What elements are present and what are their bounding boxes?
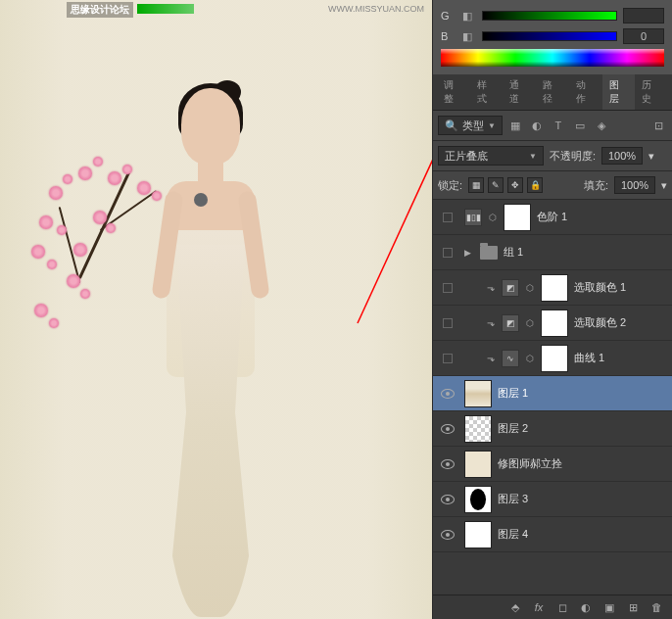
layer-row[interactable]: 图层 1: [433, 376, 672, 411]
layer-filter-bar: 🔍 类型 ▼ ▦ ◐ T ▭ ◈ ⊡: [433, 111, 672, 141]
opacity-label: 不透明度:: [550, 149, 596, 164]
tab-5[interactable]: 图层: [602, 74, 636, 110]
link-layers-icon[interactable]: ⬘: [507, 599, 523, 615]
layer-name-label[interactable]: 修图师郝立拴: [498, 456, 562, 471]
color-spectrum[interactable]: [441, 49, 664, 67]
layer-name-label[interactable]: 图层 1: [498, 386, 528, 401]
layer-name-label[interactable]: 图层 3: [498, 492, 528, 506]
layer-name-label[interactable]: 图层 2: [498, 421, 528, 436]
layer-row[interactable]: ▮▯▮⬡色阶 1: [433, 200, 672, 235]
layer-row[interactable]: ⬎◩⬡选取颜色 1: [433, 270, 672, 306]
filter-text-icon[interactable]: T: [550, 117, 567, 134]
adjustment-icon: ▮▯▮: [464, 209, 482, 226]
slider-toggle-icon[interactable]: ◧: [458, 7, 476, 24]
layer-row[interactable]: 图层 2: [433, 411, 672, 447]
filter-pixel-icon[interactable]: ▦: [506, 117, 524, 134]
lock-transparency-icon[interactable]: ▦: [468, 177, 484, 193]
layer-row[interactable]: 图层 4: [433, 517, 672, 552]
add-mask-icon[interactable]: ◻: [554, 599, 570, 615]
layer-row[interactable]: 图层 3: [433, 482, 672, 517]
new-adjustment-icon[interactable]: ◐: [578, 599, 594, 615]
visibility-empty-icon: [443, 354, 453, 363]
tab-1[interactable]: 样式: [470, 74, 504, 110]
opacity-input[interactable]: 100%: [601, 147, 643, 165]
lock-position-icon[interactable]: ✥: [507, 177, 523, 193]
visibility-toggle[interactable]: [435, 213, 460, 222]
delete-layer-icon[interactable]: 🗑: [648, 599, 664, 615]
visibility-toggle[interactable]: [435, 530, 460, 540]
layer-fx-icon[interactable]: fx: [531, 599, 547, 615]
chevron-down-icon[interactable]: ▾: [661, 179, 667, 192]
visibility-toggle[interactable]: [435, 459, 460, 469]
mask-thumbnail[interactable]: [504, 204, 531, 231]
layer-row[interactable]: ⬎∿⬡曲线 1: [433, 341, 672, 376]
visibility-empty-icon: [443, 213, 453, 222]
watermark-bar: [137, 4, 194, 14]
tab-0[interactable]: 调整: [437, 74, 470, 110]
canvas[interactable]: 思缘设计论坛 WWW.MISSYUAN.COM: [0, 0, 432, 619]
layers-list[interactable]: ▮▯▮⬡色阶 1▶组 1⬎◩⬡选取颜色 1⬎◩⬡选取颜色 2⬎∿⬡曲线 1图层 …: [433, 200, 672, 595]
layer-body: ⬎∿⬡曲线 1: [460, 345, 670, 372]
lock-all-icon[interactable]: 🔒: [527, 177, 543, 193]
mask-thumbnail[interactable]: [541, 310, 568, 337]
blend-mode-value: 正片叠底: [445, 149, 488, 164]
filter-type-dropdown[interactable]: 🔍 类型 ▼: [438, 116, 503, 135]
color-panel: G ◧ B ◧ 0: [433, 0, 672, 74]
layer-name-label[interactable]: 选取颜色 2: [574, 315, 626, 330]
g-slider[interactable]: [482, 11, 617, 21]
visibility-toggle[interactable]: [435, 283, 460, 293]
new-layer-icon[interactable]: ⊞: [625, 599, 641, 615]
tab-2[interactable]: 通道: [503, 74, 536, 110]
layer-row[interactable]: ▶组 1: [433, 235, 672, 270]
right-panel: G ◧ B ◧ 0 调整样式通道路径动作图层历史 🔍 类型 ▼ ▦ ◐ T: [432, 0, 672, 619]
link-icon: ⬡: [525, 354, 535, 363]
mask-thumbnail[interactable]: [541, 274, 568, 302]
lock-paint-icon[interactable]: ✎: [488, 177, 504, 193]
tab-4[interactable]: 动作: [569, 74, 602, 110]
layer-row[interactable]: ⬎◩⬡选取颜色 2: [433, 306, 672, 341]
layer-thumbnail[interactable]: [464, 486, 492, 513]
layer-name-label[interactable]: 曲线 1: [574, 351, 604, 365]
blend-mode-bar: 正片叠底 ▼ 不透明度: 100% ▾: [433, 141, 672, 171]
layer-name-label[interactable]: 组 1: [504, 245, 523, 260]
annotation-arrow: [348, 137, 432, 333]
g-value-input[interactable]: [623, 8, 664, 24]
tab-6[interactable]: 历史: [635, 74, 668, 110]
layer-thumbnail[interactable]: [464, 451, 492, 478]
adjustment-icon: ◩: [502, 314, 519, 332]
visibility-empty-icon: [443, 248, 453, 258]
chevron-down-icon[interactable]: ▾: [648, 150, 654, 163]
layer-row[interactable]: 修图师郝立拴: [433, 447, 672, 482]
visibility-toggle[interactable]: [435, 354, 460, 363]
filter-toggle-switch[interactable]: ⊡: [649, 117, 667, 134]
filter-label: 类型: [462, 119, 484, 133]
visibility-toggle[interactable]: [435, 389, 460, 399]
blend-mode-dropdown[interactable]: 正片叠底 ▼: [438, 146, 544, 166]
layer-name-label[interactable]: 选取颜色 1: [574, 280, 626, 295]
visibility-toggle[interactable]: [435, 495, 460, 504]
filter-adjust-icon[interactable]: ◐: [528, 117, 546, 134]
mask-thumbnail[interactable]: [541, 345, 568, 372]
visibility-toggle[interactable]: [435, 248, 460, 258]
layer-thumbnail[interactable]: [464, 380, 492, 407]
layer-thumbnail[interactable]: [464, 415, 492, 443]
slider-toggle-icon[interactable]: ◧: [458, 27, 476, 45]
visibility-toggle[interactable]: [435, 318, 460, 328]
link-icon: ⬡: [488, 213, 498, 222]
expand-icon[interactable]: ▶: [464, 248, 474, 258]
b-channel-label: B: [441, 30, 453, 42]
b-value-input[interactable]: 0: [623, 28, 664, 44]
layer-name-label[interactable]: 色阶 1: [537, 210, 567, 224]
layer-thumbnail[interactable]: [464, 521, 492, 548]
layer-name-label[interactable]: 图层 4: [498, 527, 528, 542]
eye-icon: [441, 424, 455, 434]
filter-shape-icon[interactable]: ▭: [571, 117, 589, 134]
visibility-toggle[interactable]: [435, 424, 460, 434]
new-group-icon[interactable]: ▣: [601, 599, 617, 615]
adjustment-icon: ∿: [502, 350, 519, 367]
b-slider[interactable]: [482, 31, 617, 41]
fill-input[interactable]: 100%: [614, 176, 655, 194]
tab-3[interactable]: 路径: [536, 74, 569, 110]
filter-smart-icon[interactable]: ◈: [593, 117, 610, 134]
lock-bar: 锁定: ▦ ✎ ✥ 🔒 填充: 100% ▾: [433, 171, 672, 200]
